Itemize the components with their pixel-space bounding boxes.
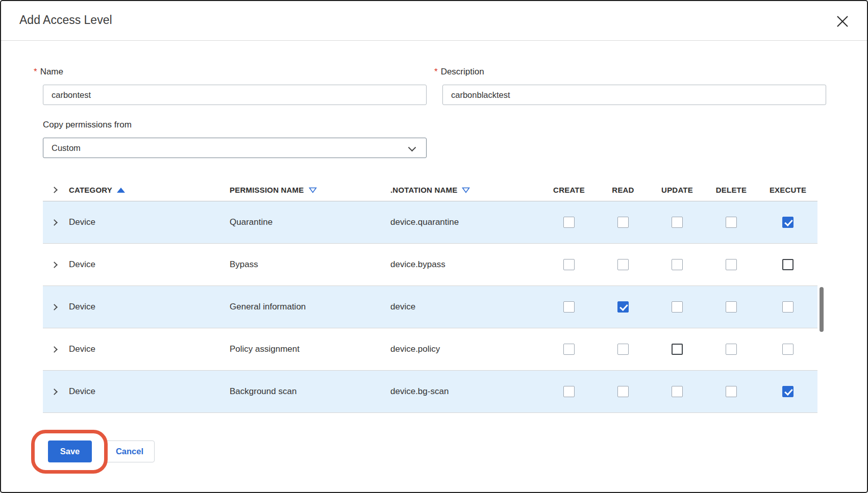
filter-icon[interactable]	[309, 187, 317, 193]
delete-checkbox[interactable]	[726, 217, 737, 228]
column-header-create: CREATE	[542, 186, 596, 194]
update-checkbox[interactable]	[672, 344, 683, 355]
add-access-level-dialog: Add Access Level *Name *Description Copy…	[0, 0, 868, 493]
execute-checkbox[interactable]	[782, 386, 793, 397]
name-label: *Name	[34, 67, 63, 77]
delete-checkbox[interactable]	[726, 259, 737, 270]
copy-permissions-select[interactable]: Custom	[43, 138, 427, 158]
table-row: Device Policy assignment device.policy	[43, 328, 817, 371]
cell-category: Device	[65, 260, 226, 270]
name-input[interactable]	[43, 85, 427, 105]
update-checkbox[interactable]	[672, 259, 683, 270]
cell-category: Device	[65, 344, 226, 354]
expand-all-icon[interactable]	[51, 187, 58, 193]
update-checkbox[interactable]	[672, 386, 683, 397]
copy-permissions-value: Custom	[52, 143, 81, 153]
column-header-notation-name[interactable]: .NOTATION NAME	[386, 186, 542, 194]
table-header-row: CATEGORY PERMISSION NAME .NOTATION NAME …	[43, 179, 817, 201]
filter-icon[interactable]	[462, 187, 470, 193]
read-checkbox[interactable]	[617, 344, 629, 355]
column-header-read: READ	[596, 186, 650, 194]
cell-category: Device	[65, 386, 226, 397]
read-checkbox[interactable]	[617, 217, 629, 228]
cancel-button[interactable]: Cancel	[105, 440, 155, 462]
cell-permission-name: Quarantine	[226, 217, 386, 227]
expand-row-icon[interactable]	[51, 346, 58, 353]
column-header-permission-name[interactable]: PERMISSION NAME	[226, 186, 386, 194]
permissions-table: CATEGORY PERMISSION NAME .NOTATION NAME …	[43, 179, 817, 413]
cell-permission-name: Background scan	[226, 386, 386, 397]
cell-category: Device	[65, 302, 226, 312]
cell-permission-name: Policy assignment	[226, 344, 386, 354]
table-row: Device General information device	[43, 286, 817, 328]
column-header-category[interactable]: CATEGORY	[65, 186, 226, 194]
create-checkbox[interactable]	[563, 217, 575, 228]
expand-row-icon[interactable]	[51, 219, 58, 226]
table-row: Device Quarantine device.quarantine	[43, 201, 817, 244]
column-header-execute: EXECUTE	[758, 186, 817, 194]
cell-notation-name: device.bg-scan	[386, 386, 542, 397]
cell-permission-name: Bypass	[226, 260, 386, 270]
execute-checkbox[interactable]	[782, 259, 793, 270]
chevron-down-icon	[408, 144, 416, 152]
description-input[interactable]	[442, 85, 826, 105]
delete-checkbox[interactable]	[726, 301, 737, 313]
create-checkbox[interactable]	[563, 386, 575, 397]
cell-permission-name: General information	[226, 302, 386, 312]
read-checkbox[interactable]	[617, 301, 629, 313]
description-label: *Description	[434, 67, 484, 77]
read-checkbox[interactable]	[617, 386, 629, 397]
sort-ascending-icon[interactable]	[117, 188, 125, 193]
table-row: Device Background scan device.bg-scan	[43, 371, 817, 413]
cell-category: Device	[65, 217, 226, 227]
cell-notation-name: device.quarantine	[386, 217, 542, 227]
create-checkbox[interactable]	[563, 259, 575, 270]
cell-notation-name: device.bypass	[386, 260, 542, 270]
expand-row-icon[interactable]	[51, 304, 58, 310]
execute-checkbox[interactable]	[782, 301, 793, 313]
create-checkbox[interactable]	[563, 344, 575, 355]
column-header-update: UPDATE	[650, 186, 704, 194]
vertical-scrollbar-thumb[interactable]	[820, 287, 824, 332]
delete-checkbox[interactable]	[726, 386, 737, 397]
expand-row-icon[interactable]	[51, 388, 58, 395]
expand-row-icon[interactable]	[51, 262, 58, 268]
execute-checkbox[interactable]	[782, 217, 793, 228]
delete-checkbox[interactable]	[726, 344, 737, 355]
update-checkbox[interactable]	[672, 301, 683, 313]
column-header-delete: DELETE	[704, 186, 758, 194]
dialog-header: Add Access Level	[1, 1, 867, 41]
cell-notation-name: device	[386, 302, 542, 312]
update-checkbox[interactable]	[672, 217, 683, 228]
create-checkbox[interactable]	[563, 301, 575, 313]
table-row: Device Bypass device.bypass	[43, 244, 817, 286]
close-icon[interactable]	[834, 13, 851, 30]
save-button[interactable]: Save	[48, 440, 92, 462]
required-asterisk: *	[34, 67, 37, 76]
execute-checkbox[interactable]	[782, 344, 793, 355]
copy-permissions-label: Copy permissions from	[43, 120, 132, 130]
required-asterisk: *	[434, 67, 438, 76]
cell-notation-name: device.policy	[386, 344, 542, 354]
read-checkbox[interactable]	[617, 259, 629, 270]
dialog-title: Add Access Level	[19, 13, 112, 27]
